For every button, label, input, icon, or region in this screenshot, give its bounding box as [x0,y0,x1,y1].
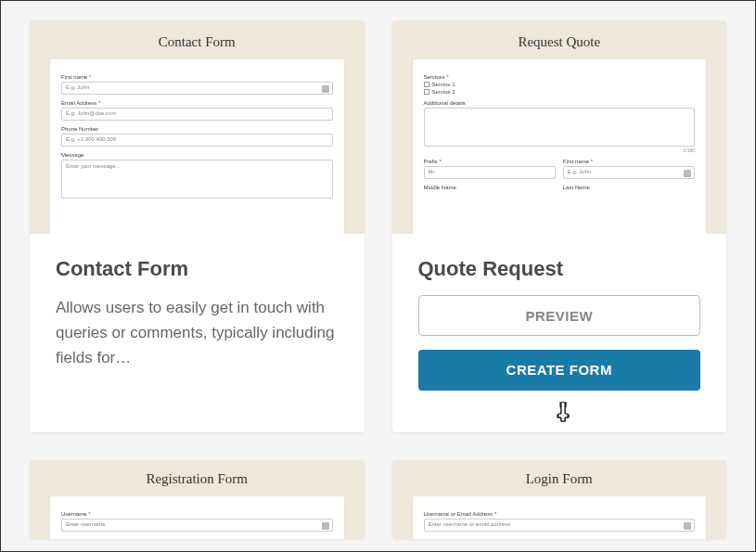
preview-button[interactable]: PREVIEW [418,295,701,336]
template-card-quote[interactable]: Request Quote Services * Service 1 Servi… [392,20,727,432]
create-form-button[interactable]: CREATE FORM [418,350,701,391]
template-card-login[interactable]: Login Form Username or Email Address * E… [392,460,727,539]
thumb-form-preview: First name * E.g. John Email Address * E… [50,59,344,234]
card-title: Quote Request [418,257,701,281]
thumb-form-preview: Username or Email Address * Enter userna… [413,496,707,539]
thumb-title: Login Form [413,471,707,487]
thumbnail: Login Form Username or Email Address * E… [392,460,727,539]
thumb-form-preview: Username * Enter username [50,496,344,539]
template-card-contact[interactable]: Contact Form First name * E.g. John Emai… [30,20,365,432]
template-card-registration[interactable]: Registration Form Username * Enter usern… [30,460,365,539]
thumbnail: Registration Form Username * Enter usern… [30,460,365,539]
card-body: Quote Request PREVIEW CREATE FORM [392,234,727,432]
card-body: Contact Form Allows users to easily get … [30,234,365,399]
thumbnail: Contact Form First name * E.g. John Emai… [30,20,365,234]
template-grid: Contact Form First name * E.g. John Emai… [2,2,754,552]
thumb-title: Contact Form [50,34,344,50]
thumb-form-preview: Services * Service 1 Service 2 Additiona… [413,59,707,234]
thumbnail: Request Quote Services * Service 1 Servi… [392,20,727,234]
thumb-title: Registration Form [50,471,344,487]
card-description: Allows users to easily get in touch with… [56,295,339,371]
card-title: Contact Form [56,257,339,281]
thumb-title: Request Quote [413,34,707,50]
